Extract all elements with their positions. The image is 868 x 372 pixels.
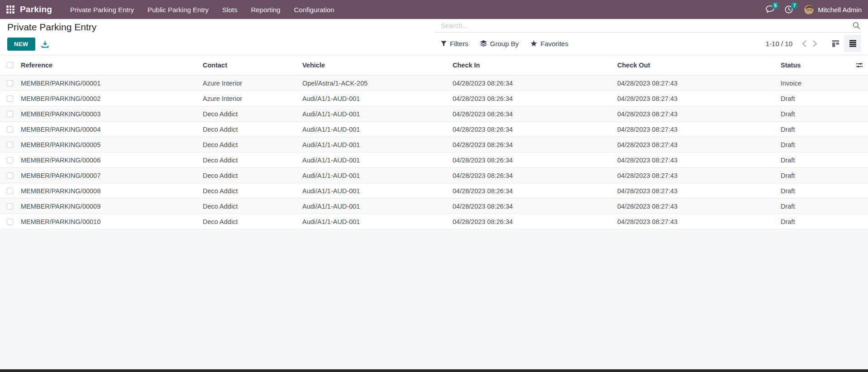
menu-configuration[interactable]: Configuration (288, 3, 339, 16)
cell-vehicle[interactable]: Audi/A1/1-AUD-001 (302, 110, 453, 118)
cell-vehicle[interactable]: Audi/A1/1-AUD-001 (302, 203, 453, 210)
apps-menu-icon[interactable] (6, 5, 14, 14)
cell-vehicle[interactable]: Audi/A1/1-AUD-001 (302, 218, 453, 225)
row-checkbox[interactable] (7, 111, 13, 117)
cell-check-out[interactable]: 04/28/2023 08:27:43 (617, 110, 781, 118)
cell-vehicle[interactable]: Audi/A1/1-AUD-001 (302, 95, 453, 102)
cell-reference[interactable]: MEMBER/PARKING/00010 (21, 218, 203, 225)
cell-reference[interactable]: MEMBER/PARKING/00007 (21, 172, 203, 179)
cell-check-out[interactable]: 04/28/2023 08:27:43 (617, 187, 781, 195)
cell-vehicle[interactable]: Audi/A1/1-AUD-001 (302, 141, 453, 148)
cell-check-out[interactable]: 04/28/2023 08:27:43 (617, 218, 781, 225)
cell-contact[interactable]: Azure Interior (203, 80, 302, 87)
cell-contact[interactable]: Deco Addict (203, 157, 302, 164)
cell-vehicle[interactable]: Audi/A1/1-AUD-001 (302, 187, 453, 195)
cell-reference[interactable]: MEMBER/PARKING/00009 (21, 203, 203, 210)
cell-vehicle[interactable]: Opel/Astra/1-ACK-205 (302, 80, 453, 87)
cell-status[interactable]: Invoice (781, 80, 851, 87)
cell-check-in[interactable]: 04/28/2023 08:26:34 (453, 172, 617, 179)
cell-check-in[interactable]: 04/28/2023 08:26:34 (453, 203, 617, 210)
cell-vehicle[interactable]: Audi/A1/1-AUD-001 (302, 172, 453, 179)
cell-reference[interactable]: MEMBER/PARKING/00002 (21, 95, 203, 102)
cell-status[interactable]: Draft (781, 126, 851, 133)
table-row[interactable]: MEMBER/PARKING/00002Azure InteriorAudi/A… (0, 91, 868, 106)
table-row[interactable]: MEMBER/PARKING/00003Deco AddictAudi/A1/1… (0, 106, 868, 122)
cell-reference[interactable]: MEMBER/PARKING/00008 (21, 187, 203, 195)
column-header-check-out[interactable]: Check Out (617, 62, 781, 69)
cell-status[interactable]: Draft (781, 187, 851, 195)
filters-button[interactable]: Filters (441, 40, 468, 48)
row-checkbox[interactable] (7, 203, 13, 210)
cell-status[interactable]: Draft (781, 157, 851, 164)
column-header-contact[interactable]: Contact (203, 62, 302, 69)
cell-contact[interactable]: Deco Addict (203, 110, 302, 118)
cell-check-in[interactable]: 04/28/2023 08:26:34 (453, 80, 617, 87)
table-row[interactable]: MEMBER/PARKING/00010Deco AddictAudi/A1/1… (0, 214, 868, 229)
column-header-status[interactable]: Status (781, 62, 851, 69)
menu-private-parking-entry[interactable]: Private Parking Entry (65, 3, 139, 16)
cell-status[interactable]: Draft (781, 203, 851, 210)
cell-check-in[interactable]: 04/28/2023 08:26:34 (453, 157, 617, 164)
cell-status[interactable]: Draft (781, 172, 851, 179)
cell-check-out[interactable]: 04/28/2023 08:27:43 (617, 172, 781, 179)
cell-status[interactable]: Draft (781, 141, 851, 148)
favorites-button[interactable]: Favorites (530, 40, 568, 48)
user-menu[interactable]: Mitchell Admin (804, 5, 862, 15)
app-name[interactable]: Parking (20, 5, 52, 14)
row-checkbox[interactable] (7, 126, 13, 133)
column-header-vehicle[interactable]: Vehicle (302, 62, 453, 69)
cell-vehicle[interactable]: Audi/A1/1-AUD-001 (302, 126, 453, 133)
messages-button[interactable]: 5 (766, 4, 777, 15)
select-all-checkbox[interactable] (7, 62, 13, 68)
column-header-reference[interactable]: Reference (21, 62, 203, 69)
table-row[interactable]: MEMBER/PARKING/00008Deco AddictAudi/A1/1… (0, 183, 868, 199)
optional-columns-button[interactable] (856, 62, 863, 68)
cell-contact[interactable]: Azure Interior (203, 95, 302, 102)
cell-check-in[interactable]: 04/28/2023 08:26:34 (453, 95, 617, 102)
cell-contact[interactable]: Deco Addict (203, 203, 302, 210)
row-checkbox[interactable] (7, 219, 13, 225)
cell-check-out[interactable]: 04/28/2023 08:27:43 (617, 141, 781, 148)
menu-reporting[interactable]: Reporting (245, 3, 286, 16)
table-row[interactable]: MEMBER/PARKING/00006Deco AddictAudi/A1/1… (0, 153, 868, 168)
cell-check-out[interactable]: 04/28/2023 08:27:43 (617, 80, 781, 87)
cell-check-in[interactable]: 04/28/2023 08:26:34 (453, 126, 617, 133)
table-row[interactable]: MEMBER/PARKING/00001Azure InteriorOpel/A… (0, 76, 868, 91)
cell-check-out[interactable]: 04/28/2023 08:27:43 (617, 95, 781, 102)
cell-check-in[interactable]: 04/28/2023 08:26:34 (453, 110, 617, 118)
cell-reference[interactable]: MEMBER/PARKING/00003 (21, 110, 203, 118)
cell-status[interactable]: Draft (781, 218, 851, 225)
column-header-check-in[interactable]: Check In (453, 62, 617, 69)
pager-next-button[interactable] (810, 40, 820, 47)
pager-previous-button[interactable] (799, 40, 810, 47)
row-checkbox[interactable] (7, 172, 13, 179)
menu-slots[interactable]: Slots (217, 3, 243, 16)
search-input[interactable] (434, 21, 853, 30)
cell-check-in[interactable]: 04/28/2023 08:26:34 (453, 218, 617, 225)
cell-reference[interactable]: MEMBER/PARKING/00004 (21, 126, 203, 133)
row-checkbox[interactable] (7, 80, 13, 86)
cell-reference[interactable]: MEMBER/PARKING/00001 (21, 80, 203, 87)
row-checkbox[interactable] (7, 142, 13, 148)
cell-reference[interactable]: MEMBER/PARKING/00005 (21, 141, 203, 148)
cell-vehicle[interactable]: Audi/A1/1-AUD-001 (302, 157, 453, 164)
row-checkbox[interactable] (7, 95, 13, 102)
cell-check-in[interactable]: 04/28/2023 08:26:34 (453, 141, 617, 148)
cell-check-in[interactable]: 04/28/2023 08:26:34 (453, 187, 617, 195)
cell-contact[interactable]: Deco Addict (203, 126, 302, 133)
cell-status[interactable]: Draft (781, 110, 851, 118)
search-icon[interactable] (853, 22, 860, 29)
cell-reference[interactable]: MEMBER/PARKING/00006 (21, 157, 203, 164)
cell-contact[interactable]: Deco Addict (203, 218, 302, 225)
export-icon[interactable] (42, 41, 48, 48)
menu-public-parking-entry[interactable]: Public Parking Entry (142, 3, 214, 16)
cell-check-out[interactable]: 04/28/2023 08:27:43 (617, 157, 781, 164)
cell-status[interactable]: Draft (781, 95, 851, 102)
group-by-button[interactable]: Group By (480, 40, 519, 48)
cell-contact[interactable]: Deco Addict (203, 172, 302, 179)
cell-contact[interactable]: Deco Addict (203, 141, 302, 148)
list-view-button[interactable] (844, 35, 861, 52)
row-checkbox[interactable] (7, 188, 13, 194)
cell-check-out[interactable]: 04/28/2023 08:27:43 (617, 126, 781, 133)
cell-check-out[interactable]: 04/28/2023 08:27:43 (617, 203, 781, 210)
